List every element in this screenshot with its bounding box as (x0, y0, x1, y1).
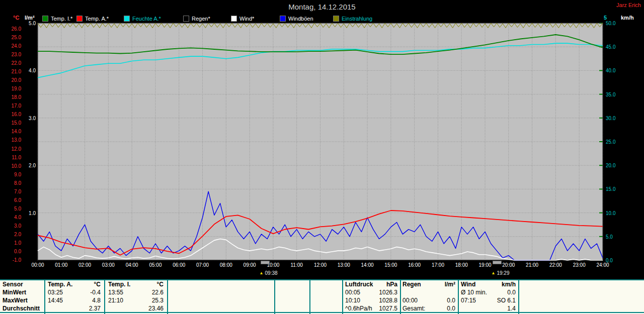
time-marker-label: 19:29 (497, 270, 509, 276)
marker-notch[interactable] (493, 261, 502, 264)
legend-item-temp-a: Temp. A.* (76, 16, 109, 22)
hour-tick-label: 11:00 (288, 262, 305, 268)
weather-station-app: Montag, 14.12.2015 Jarz Erich °C l/m² 5 … (0, 0, 644, 314)
legend-item-label: Feuchte A.* (132, 16, 161, 22)
table-divider (400, 279, 401, 314)
celsius-tick-label: 2.0 (6, 232, 21, 237)
celsius-tick-label: 23.0 (6, 52, 21, 57)
table-top-border (0, 279, 644, 280)
einstrahlung-swatch (333, 16, 339, 22)
celsius-tick-label: 18.0 (6, 94, 21, 100)
table-bottom-border (0, 312, 644, 313)
table-cell-time: 13:55 (108, 289, 123, 296)
hour-tick-label: 22:00 (547, 262, 564, 268)
moon-set-icon: ▲ (492, 271, 496, 275)
celsius-tick-label: 26.0 (6, 26, 21, 32)
hour-tick-label: 13:00 (335, 262, 352, 268)
legend-item-label: Wind* (239, 16, 254, 22)
table-cell-value: SO 6.1 (475, 297, 516, 304)
hour-tick-label: 08:00 (217, 262, 234, 268)
table-col-header: Wind (461, 281, 475, 288)
hour-tick-label: 19:00 (476, 262, 494, 268)
celsius-tick-label: 9.0 (6, 172, 21, 177)
celsius-tick-label: 16.0 (6, 112, 21, 117)
table-cell-value: 22.6 (123, 289, 164, 296)
table-divider (342, 279, 343, 314)
table-row-label: Sensor (3, 281, 23, 288)
table-divider (44, 279, 45, 314)
wind-swatch (231, 16, 237, 22)
table-divider (458, 279, 459, 314)
table-cell-time: 07:15 (461, 297, 476, 304)
table-col-unit: hPa (357, 281, 397, 288)
table-divider (167, 279, 168, 314)
hour-tick-label: 17:00 (429, 262, 446, 268)
table-cell-value: 1027.5 (357, 305, 397, 312)
table-cell-time: 21:10 (108, 297, 123, 304)
celsius-tick-label: -1.0 (6, 257, 21, 263)
temp-a-swatch (76, 16, 83, 22)
table-cell-value: 1028.8 (357, 297, 397, 304)
hour-tick-label: 00:00 (29, 262, 46, 268)
table-col-unit: °C (60, 281, 101, 288)
legend-item-label: Einstrahlung (342, 16, 372, 22)
hour-tick-label: 03:00 (100, 262, 117, 268)
kmh-tick-label: 5.0 (606, 234, 621, 240)
kmh-tick-label: 40.0 (606, 68, 621, 73)
lm2-tick-label: 5.0 (23, 21, 36, 26)
hour-tick-label: 24:00 (594, 262, 611, 268)
celsius-tick-label: 25.0 (6, 35, 21, 40)
legend-item-einstrahlung: Einstrahlung (333, 16, 372, 22)
legend-item-label: Regen* (192, 16, 210, 22)
celsius-tick-label: 1.0 (6, 240, 21, 246)
legend-item-label: Temp. I.* (51, 16, 72, 22)
legend-item-label: Windböen (288, 16, 313, 22)
lm2-tick-label: 3.0 (23, 116, 36, 121)
hour-tick-label: 04:00 (123, 262, 140, 268)
hour-tick-label: 18:00 (453, 262, 470, 268)
celsius-tick-label: 7.0 (6, 189, 21, 194)
celsius-tick-label: 15.0 (6, 120, 21, 126)
time-marker-label: 09:38 (265, 270, 278, 276)
celsius-tick-label: 3.0 (6, 223, 21, 229)
regen-swatch (183, 16, 189, 22)
table-cell-value: 25.3 (123, 297, 164, 304)
hour-tick-label: 20:00 (500, 262, 517, 268)
celsius-tick-label: 14.0 (6, 129, 21, 134)
lm2-tick-label: 4.0 (23, 68, 36, 73)
table-cell-value: 23.46 (123, 305, 164, 312)
kmh-tick-label: 10.0 (606, 211, 621, 216)
kmh-tick-label: 25.0 (606, 139, 621, 145)
hour-tick-label: 02:00 (76, 262, 94, 268)
table-col-unit: km/h (475, 281, 516, 288)
hour-tick-label: 16:00 (406, 262, 423, 268)
celsius-tick-label: 10.0 (6, 163, 21, 169)
table-row-label: MaxWert (3, 297, 28, 304)
legend-item-temp-i: Temp. I.* (42, 16, 72, 22)
hour-tick-label: 15:00 (382, 262, 399, 268)
moon-rise-icon: ▲ (260, 271, 264, 275)
table-cell-value: 0.0 (415, 297, 455, 304)
windboeen-swatch (280, 16, 286, 22)
hour-tick-label: 01:00 (53, 262, 70, 268)
hour-tick-label: 06:00 (171, 262, 188, 268)
celsius-tick-label: 13.0 (6, 137, 21, 143)
kmh-tick-label: 30.0 (606, 116, 621, 121)
lm2-tick-label: 2.0 (23, 163, 36, 168)
legend-item-feuchte-a: Feuchte A.* (124, 16, 161, 22)
marker-notch[interactable] (261, 261, 270, 264)
celsius-tick-label: 0.0 (6, 249, 21, 254)
temp-i-swatch (42, 16, 48, 22)
table-cell-value: 1026.3 (357, 289, 397, 296)
legend-item-wind: Wind* (231, 16, 254, 22)
hour-tick-label: 21:00 (524, 262, 541, 268)
table-divider (309, 279, 310, 314)
celsius-tick-label: 4.0 (6, 215, 21, 220)
celsius-tick-label: 24.0 (6, 43, 21, 49)
celsius-tick-label: 17.0 (6, 103, 21, 109)
table-cell-value: 2.37 (60, 305, 101, 312)
celsius-tick-label: 12.0 (6, 146, 21, 152)
time-marker: ▲19:29 (492, 270, 510, 276)
hour-tick-label: 09:00 (241, 262, 258, 268)
feuchte-a-swatch (124, 16, 130, 22)
